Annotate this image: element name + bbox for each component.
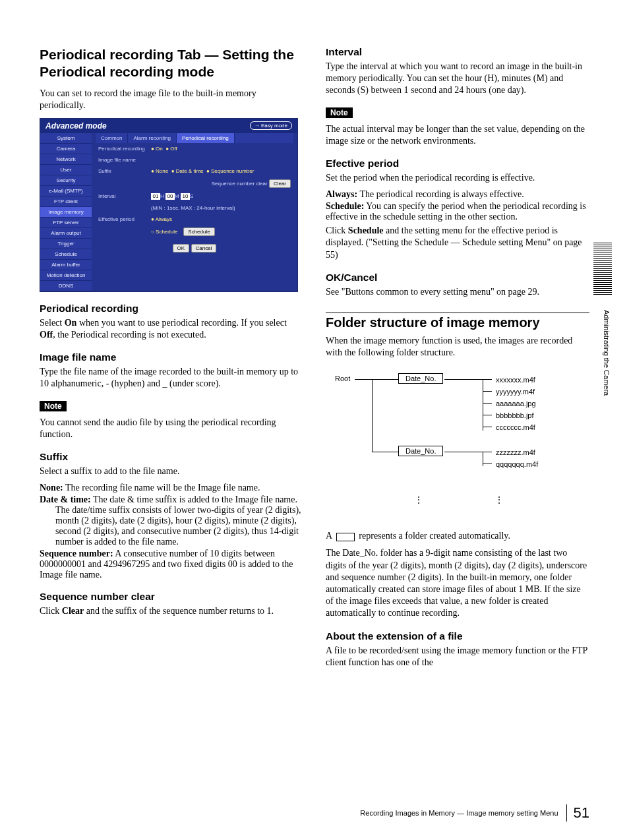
h-image-file-name: Image file name [40,351,303,363]
p-note-interval: The actual interval may be longer than t… [326,123,589,147]
p-suffix: Select a suffix to add to the file name. [40,465,303,477]
h-effective: Efective period [326,158,589,169]
mock-effective-label: Effective period [98,216,151,222]
radio-suffix-seq[interactable]: ● Sequence number [206,168,254,174]
diagram-date-box-1: Date_No. [398,373,443,384]
def-always: Always: The periodical recording is alwa… [326,189,589,200]
h-periodical: Periodical recording [40,303,303,315]
sidebar-item[interactable]: FTP server [40,218,92,228]
diagram-file: zzzzzzz.m4f [496,448,535,456]
h-okcancel: OK/Cancel [326,272,589,284]
note-badge-2: Note [326,107,353,118]
p-note-audio: You cannot send the audio file by using … [40,417,303,440]
diagram-file: xxxxxxx.m4f [496,376,535,384]
sidebar-item[interactable]: System [40,133,92,144]
radio-suffix-date[interactable]: ● Date & time [171,168,204,174]
sidebar-item[interactable]: Motion detection [40,270,92,281]
p-okcancel: See "Buttons common to every setting men… [326,286,589,298]
h-extension: About the extension of a file [326,630,589,642]
interval-m-input[interactable]: 00 [165,193,175,200]
diagram-file: yyyyyyy.m4f [496,388,535,396]
h-suffix: Suffix [40,451,303,463]
ok-button[interactable]: OK [173,244,190,253]
radio-off[interactable]: ● Off [165,146,177,152]
sidebar-item[interactable]: FTP client [40,196,92,207]
sidebar-item[interactable]: DDNS [40,281,92,291]
diagram-file: qqqqqqq.m4f [496,460,538,468]
diagram-file: aaaaaaa.jpg [496,400,536,407]
clear-button[interactable]: Clear [269,179,291,188]
def-seq: Sequence number: A consecutive number of… [40,549,303,580]
page-number: 51 [566,804,589,822]
note-badge: Note [40,401,67,411]
cancel-button[interactable]: Cancel [191,244,217,253]
diagram-file: bbbbbbb.jpf [496,411,534,419]
radio-schedule[interactable]: ○ Schedule [151,229,177,235]
radio-always[interactable]: ● Always [151,216,172,222]
mock-seq-clear-label: Sequence number clear [212,181,268,187]
p-extension: A file to be recorded/sent using the ima… [326,645,589,669]
mock-tab[interactable]: Alarm recording [128,133,176,143]
h-interval: Interval [326,46,589,58]
p-seq-clear: Click Clear and the suffix of the sequen… [40,605,303,617]
p-interval: Type the interval at which you want to r… [326,61,589,97]
p-effective: Set the period when the periodical recor… [326,172,589,184]
sidebar-item[interactable]: Alarm output [40,228,92,239]
interval-h-input[interactable]: 01 [151,193,160,200]
p-periodical: Select On when you want to use periodica… [40,317,303,341]
easy-mode-button[interactable]: → Easy mode [250,121,292,130]
sidebar-item[interactable]: Alarm buffer [40,260,92,270]
folder-symbol-icon [336,533,355,541]
mock-periodical-label: Periodical recording [98,146,151,152]
footer-breadcrumb: Recording Images in Memory — Image memor… [360,809,558,817]
mock-title: Advanced mode [45,121,107,131]
sidebar-item[interactable]: Network [40,154,92,165]
radio-suffix-none[interactable]: ● None [151,168,168,174]
diagram-file: ccccccc.m4f [496,423,535,431]
margin-section-label: Administrating the Camera [603,310,611,396]
settings-screenshot: Advanced mode → Easy mode SystemCameraNe… [40,118,298,292]
mock-interval-label: Interval [98,193,151,199]
h-folder-structure: Folder structure of image memory [326,313,589,331]
def-schedule: Schedule: You can specify the period whe… [326,201,589,222]
diagram-date-box-2: Date_No. [398,446,443,456]
intro-text: You can set to record the image file to … [40,88,303,111]
sidebar-item[interactable]: Schedule [40,249,92,260]
h-seq-clear: Sequence number clear [40,591,303,603]
sidebar-item[interactable]: User [40,165,92,175]
mock-suffix-label: Suffix [98,168,151,174]
diagram-root: Root [335,375,350,382]
p-click-schedule: Click Schedule and the setting menu for … [326,225,589,261]
mock-tab[interactable]: Common [96,133,128,143]
p-folder-structure: When the image memory function is used, … [326,335,589,359]
p-image-file-name: Type the file name of the image recorded… [40,366,303,390]
p-symbol: A represents a folder created automatica… [326,530,589,542]
radio-on[interactable]: ● On [151,146,163,152]
sidebar-item[interactable]: Camera [40,144,92,154]
mock-image-file-label: Image file name [98,157,151,163]
page-title: Periodical recording Tab — Setting the P… [40,46,303,81]
def-none: None: The recording file name will be th… [40,483,303,493]
margin-accent [593,243,612,295]
sidebar-item[interactable]: Image memory [40,207,92,218]
diagram-ellipsis-icon: ⋮ [414,495,425,505]
def-date: Date & time: The date & time suffix is a… [40,495,303,547]
p-folder-desc: The Date_No. folder has a 9-digit name c… [326,547,589,619]
mock-tab[interactable]: Periodical recording [177,133,235,143]
schedule-button[interactable]: Schedule [183,227,214,236]
sidebar-item[interactable]: Security [40,175,92,186]
interval-hint: (MIN : 1sec. MAX : 24-hour interval) [151,205,235,211]
interval-s-input[interactable]: 10 [181,193,190,200]
sidebar-item[interactable]: Trigger [40,239,92,249]
folder-structure-diagram: Root Date_No. xxxxxxx.m4fyyyyyyy.m4faaaa… [326,369,589,521]
diagram-ellipsis-icon: ⋮ [494,495,505,505]
sidebar-item[interactable]: e-Mail (SMTP) [40,186,92,196]
